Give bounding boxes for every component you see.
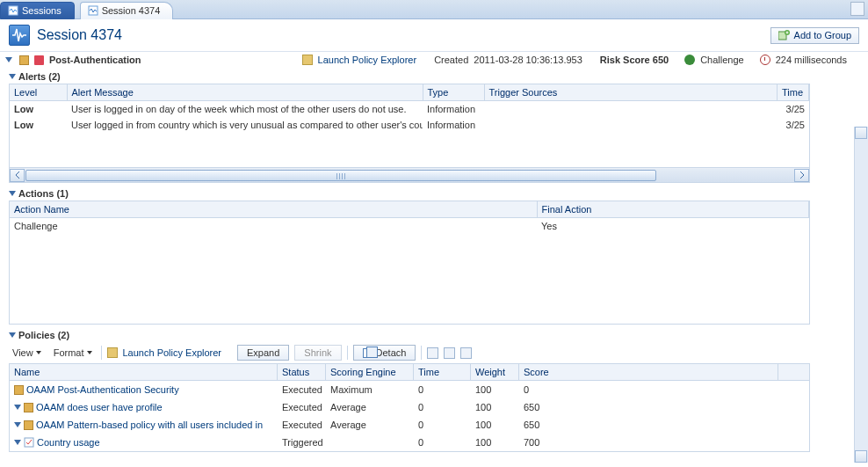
action-name: Challenge: [10, 218, 537, 234]
policy-time: 0: [414, 400, 471, 414]
policy-time: 0: [414, 435, 471, 449]
view-menu[interactable]: View: [9, 346, 45, 360]
scroll-left-icon[interactable]: [10, 169, 25, 182]
alert-type: Information: [423, 117, 484, 133]
policy-score: 0: [519, 383, 778, 397]
alerts-hscrollbar[interactable]: [10, 167, 809, 182]
policies-col-status[interactable]: Status: [278, 364, 326, 380]
scroll-up-icon[interactable]: [855, 127, 867, 139]
alert-time: 3/25: [778, 101, 809, 117]
policy-row[interactable]: OAAM Post-Authentication Security Execut…: [10, 381, 809, 398]
alerts-toggle[interactable]: [9, 74, 16, 79]
alerts-title: Alerts (2): [18, 71, 61, 82]
detach-icon: [363, 348, 373, 358]
alert-trigger: [484, 117, 778, 133]
policies-col-name[interactable]: Name: [10, 364, 278, 380]
launch-policy-explorer-link-2[interactable]: Launch Policy Explorer: [123, 347, 222, 358]
policy-name[interactable]: OAAM Post-Authentication Security: [26, 384, 179, 395]
policy-weight: 100: [471, 383, 519, 397]
sessions-icon: [8, 5, 18, 16]
go-up-icon[interactable]: [444, 347, 455, 359]
add-to-group-label: Add to Group: [794, 30, 851, 40]
table-row[interactable]: Low User is logged in on day of the week…: [10, 101, 809, 117]
alerts-col-message[interactable]: Alert Message: [67, 84, 423, 101]
policy-name[interactable]: OAAM does user have profile: [36, 402, 163, 412]
policy-score: 650: [519, 400, 778, 414]
scroll-down-icon[interactable]: [855, 450, 867, 463]
restore-window-button[interactable]: [850, 2, 864, 16]
show-as-top-icon[interactable]: [460, 347, 472, 359]
policy-score: 700: [519, 435, 778, 449]
alert-trigger: [484, 101, 778, 117]
tab-session-detail[interactable]: Session 4374: [80, 2, 174, 19]
policy-status: Executed: [278, 400, 326, 414]
subheader-title: Post-Authentication: [49, 55, 141, 65]
alert-message: User is logged in on day of the week whi…: [67, 101, 423, 117]
elapsed-time: 224 milliseconds: [776, 55, 847, 65]
policy-name[interactable]: OAAM Pattern-based policy with all users…: [36, 420, 263, 430]
policy-status: Triggered: [278, 435, 326, 449]
policy-score: 650: [519, 418, 778, 432]
actions-title: Actions (1): [18, 188, 69, 199]
alert-level: Low: [10, 117, 67, 133]
go-to-top-icon[interactable]: [427, 347, 438, 359]
shrink-button: Shrink: [294, 345, 341, 361]
created-value: 2011-03-28 10:36:13.953: [474, 55, 582, 65]
alert-type: Information: [423, 101, 484, 117]
policies-col-score[interactable]: Score: [519, 364, 778, 380]
policy-row[interactable]: OAAM does user have profile Executed Ave…: [10, 398, 809, 416]
add-to-group-button[interactable]: Add to Group: [770, 27, 859, 44]
policy-name[interactable]: Country usage: [37, 437, 100, 448]
action-final: Yes: [537, 218, 809, 234]
policy-time: 0: [414, 383, 471, 397]
policy-engine: [326, 441, 414, 444]
policies-col-engine[interactable]: Scoring Engine: [326, 364, 414, 380]
scroll-thumb[interactable]: [25, 170, 656, 181]
policy-status: Executed: [278, 383, 326, 397]
alert-time: 3/25: [778, 117, 809, 133]
policy-file-icon: [24, 420, 33, 430]
policy-icon: [19, 55, 29, 65]
auth-status-icon: [34, 55, 44, 65]
tree-toggle[interactable]: [14, 422, 21, 427]
alerts-col-type[interactable]: Type: [423, 84, 484, 101]
launch-policy-explorer-link[interactable]: Launch Policy Explorer: [318, 55, 417, 65]
tree-toggle[interactable]: [14, 405, 21, 410]
actions-toggle[interactable]: [9, 191, 16, 196]
alerts-col-trigger[interactable]: Trigger Sources: [484, 84, 778, 101]
policy-time: 0: [414, 418, 471, 432]
page-title: Session 4374: [37, 27, 122, 43]
tree-toggle[interactable]: [14, 440, 21, 445]
actions-col-name[interactable]: Action Name: [10, 201, 537, 218]
scroll-right-icon[interactable]: [794, 169, 809, 182]
chevron-down-icon: [36, 351, 41, 354]
policy-engine: Average: [326, 418, 414, 432]
add-to-group-icon: [778, 30, 790, 41]
tab-sessions[interactable]: Sessions: [0, 2, 75, 19]
format-menu[interactable]: Format: [50, 346, 96, 360]
policy-row[interactable]: Country usage Triggered 0 100 700: [10, 434, 809, 451]
policies-toggle[interactable]: [9, 332, 16, 338]
table-row[interactable]: Low User logged in from country which is…: [10, 117, 809, 133]
challenge-label: Challenge: [700, 55, 744, 65]
policies-col-time[interactable]: Time: [414, 364, 471, 380]
policy-weight: 100: [471, 400, 519, 414]
alerts-col-level[interactable]: Level: [10, 84, 67, 101]
table-row[interactable]: Challenge Yes: [10, 218, 809, 234]
policies-title: Policies (2): [18, 330, 69, 340]
subheader-collapse-toggle[interactable]: [5, 57, 12, 62]
vertical-scrollbar[interactable]: [854, 127, 868, 463]
policy-row[interactable]: OAAM Pattern-based policy with all users…: [10, 416, 809, 434]
alerts-col-time[interactable]: Time: [778, 84, 809, 101]
expand-button[interactable]: Expand: [237, 345, 289, 361]
detach-button[interactable]: Detach: [353, 345, 416, 361]
rule-icon: [24, 437, 34, 448]
gear-icon: [684, 55, 695, 65]
risk-score-label: Risk Score: [600, 55, 650, 65]
policies-col-weight[interactable]: Weight: [471, 364, 519, 380]
session-detail-icon: [88, 5, 98, 16]
actions-col-final[interactable]: Final Action: [537, 201, 809, 218]
policy-engine: Average: [326, 400, 414, 414]
clock-icon: [760, 55, 770, 65]
launch-policy-explorer-icon: [302, 55, 313, 65]
